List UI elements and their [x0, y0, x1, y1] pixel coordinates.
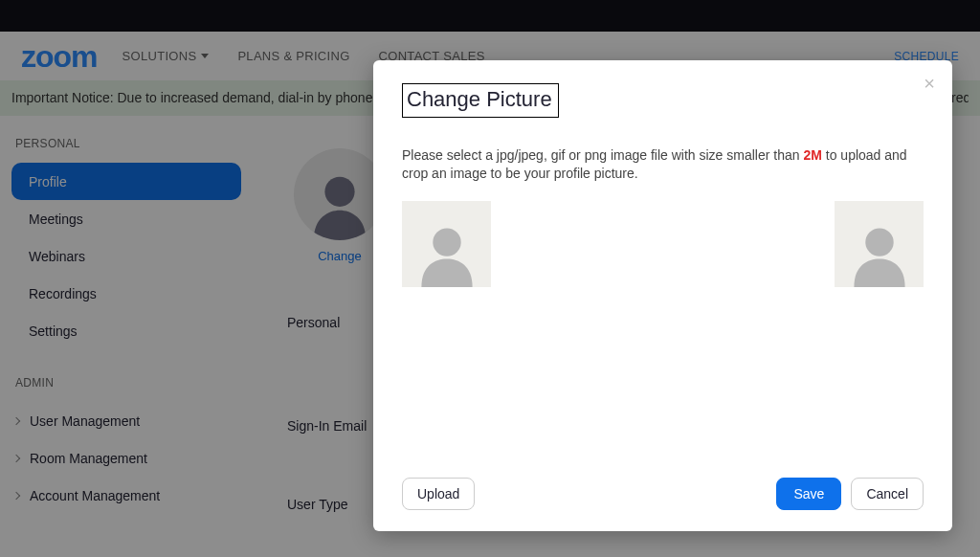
modal-footer: Upload Save Cancel	[402, 478, 924, 510]
preview-row	[402, 201, 924, 287]
person-icon	[846, 220, 913, 287]
upload-button[interactable]: Upload	[402, 478, 475, 510]
change-picture-modal: × Change Picture Please select a jpg/jpe…	[373, 60, 952, 531]
svg-point-1	[433, 228, 460, 256]
modal-description: Please select a jpg/jpeg, gif or png ima…	[402, 146, 924, 184]
person-icon	[413, 220, 480, 287]
preview-large	[402, 201, 491, 287]
svg-point-2	[865, 228, 893, 256]
save-button[interactable]: Save	[776, 478, 841, 510]
preview-small	[835, 201, 924, 287]
modal-title: Change Picture	[402, 83, 559, 118]
close-icon[interactable]: ×	[920, 74, 939, 93]
cancel-button[interactable]: Cancel	[851, 478, 924, 510]
